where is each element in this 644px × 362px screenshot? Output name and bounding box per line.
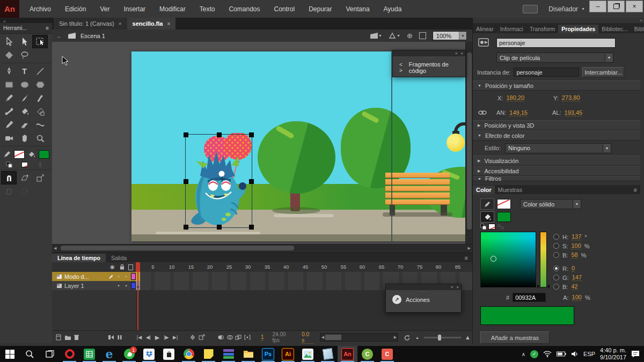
h-radio[interactable]: [553, 234, 559, 240]
center-playhead-button[interactable]: [108, 334, 117, 341]
menu-ver[interactable]: Ver: [93, 0, 116, 18]
modify-markers-button[interactable]: [244, 334, 253, 341]
fill-color-icon[interactable]: [480, 211, 494, 223]
b-radio[interactable]: [553, 252, 559, 258]
layer-row-layer1[interactable]: Layer 1 • •: [52, 281, 136, 290]
b2-value[interactable]: 42: [571, 283, 577, 290]
playhead[interactable]: [136, 262, 140, 272]
fill-color-swatch[interactable]: [497, 212, 511, 222]
onion-skin-button[interactable]: [217, 334, 226, 341]
start-button[interactable]: [0, 346, 20, 362]
camtasia-recorder-icon[interactable]: C: [377, 346, 397, 362]
timeline-scrollbar[interactable]: ◀ ▶: [320, 333, 398, 342]
delete-layer-button[interactable]: [74, 334, 83, 341]
frame-rate-value[interactable]: 24.00 fps: [273, 331, 295, 343]
new-folder-button[interactable]: [64, 335, 74, 341]
close-icon[interactable]: ×: [456, 285, 459, 290]
default-colors-icon[interactable]: [1, 161, 17, 168]
line-tool[interactable]: [32, 64, 48, 78]
selection-handle[interactable]: [184, 179, 188, 184]
timeline-ruler[interactable]: ◉ 1 5 10 15 20 25 30 35 40 45 50 55 60 6…: [52, 262, 472, 272]
selection-handle[interactable]: [217, 225, 222, 230]
pen-tool[interactable]: [1, 64, 17, 78]
edge-icon[interactable]: e: [99, 346, 119, 362]
first-frame-button[interactable]: |◀: [135, 335, 144, 340]
tab-biblioteca2[interactable]: Biblioteca: [631, 25, 644, 33]
subselection-tool[interactable]: [17, 35, 32, 48]
menu-archivo[interactable]: Archivo: [23, 0, 58, 18]
g-radio[interactable]: [553, 275, 559, 280]
h-value[interactable]: 137: [572, 233, 581, 240]
onion-outline-button[interactable]: [226, 334, 236, 341]
menu-insertar[interactable]: Insertar: [116, 0, 152, 18]
bone-tool[interactable]: [1, 105, 17, 118]
outline-column-icon[interactable]: [128, 264, 133, 270]
camtasia-icon[interactable]: C: [357, 346, 377, 362]
camera-tool[interactable]: [1, 131, 17, 145]
tab-timeline[interactable]: Línea de tiempo: [52, 254, 106, 262]
doc-tab-canvas[interactable]: Sin título: 1 (Canvas)×: [54, 18, 127, 29]
section-filters[interactable]: ▼ Filtros: [473, 176, 640, 181]
close-tab-icon[interactable]: ×: [119, 21, 122, 27]
width-tool[interactable]: [32, 118, 48, 131]
tab-propiedades[interactable]: Propiedades: [558, 25, 598, 33]
menu-ayuda[interactable]: Ayuda: [377, 0, 409, 18]
selection-handle[interactable]: [184, 132, 188, 137]
zoom-in-frames-icon[interactable]: ▲: [463, 334, 472, 341]
restore-button[interactable]: [608, 1, 625, 12]
frame-zoom-handle[interactable]: [438, 335, 441, 341]
section-accessibility[interactable]: ▶ Accesibilidad: [473, 166, 640, 176]
clock[interactable]: 4:40 p. m. 9/10/2017: [600, 347, 626, 361]
workspace-switcher[interactable]: Diseñador ▼: [523, 0, 585, 18]
center-stage-icon[interactable]: ⊕: [407, 32, 413, 40]
frame-zoom-slider[interactable]: [424, 337, 461, 338]
add-to-swatches-button[interactable]: Añadir a muestras: [480, 331, 550, 344]
selection-box[interactable]: [185, 134, 252, 228]
color-field-cursor[interactable]: [491, 256, 496, 262]
menu-ventana[interactable]: Ventana: [339, 0, 377, 18]
menu-comandos[interactable]: Comandos: [222, 0, 267, 18]
illustrator-icon[interactable]: Ai: [278, 346, 298, 362]
language-indicator[interactable]: ESP: [583, 351, 595, 357]
text-tool[interactable]: T: [17, 64, 32, 78]
s-value[interactable]: 100: [571, 242, 581, 249]
sync-tray-icon[interactable]: ✓: [530, 350, 538, 358]
code-snippets-panel[interactable]: » × ····· < > Fragmentos de código: [392, 50, 466, 77]
lock-column-icon[interactable]: [120, 264, 125, 270]
task-view-icon[interactable]: [40, 346, 60, 362]
g-value[interactable]: 147: [572, 274, 582, 281]
section-color-effect[interactable]: ▼ Efecto de color: [473, 130, 640, 141]
selection-handle[interactable]: [217, 132, 222, 137]
battery-icon[interactable]: [557, 351, 566, 357]
store-icon[interactable]: [159, 346, 179, 362]
stroke-color-swatch[interactable]: [13, 147, 26, 161]
selection-handle[interactable]: [249, 132, 254, 137]
search-icon[interactable]: [20, 346, 40, 362]
menu-edicion[interactable]: Edición: [58, 0, 93, 18]
visibility-dot[interactable]: •: [116, 283, 121, 289]
dropbox-icon[interactable]: [139, 346, 159, 362]
chrome-icon[interactable]: [179, 346, 199, 362]
menu-texto[interactable]: Texto: [193, 0, 222, 18]
tab-transformar[interactable]: Transform: [526, 25, 558, 33]
stroke-color-icon[interactable]: [480, 198, 494, 210]
oval-tool[interactable]: [17, 78, 32, 91]
gradient-transform-tool[interactable]: [1, 48, 17, 62]
hue-handle-right[interactable]: [547, 284, 550, 289]
minimize-button[interactable]: –: [589, 1, 606, 12]
sticky-notes-icon[interactable]: [199, 346, 218, 362]
wifi-icon[interactable]: [543, 351, 552, 357]
file-explorer-icon[interactable]: [238, 346, 258, 362]
section-position-3d[interactable]: ▶ Posición y vista 3D: [473, 120, 640, 130]
current-frame-value[interactable]: 1: [261, 334, 264, 341]
lock-dot[interactable]: •: [123, 274, 129, 279]
tab-color[interactable]: Color: [473, 186, 495, 194]
zoom-out-frames-icon[interactable]: ▲: [413, 336, 422, 339]
panel-collapse-icon[interactable]: »: [640, 18, 642, 23]
close-icon[interactable]: ×: [460, 51, 463, 56]
panel-menu-icon[interactable]: ≡: [460, 254, 472, 262]
brush-tool[interactable]: [32, 91, 48, 105]
export-frame-button[interactable]: [199, 334, 208, 341]
animate-taskbar-icon[interactable]: An: [338, 346, 357, 362]
volume-icon[interactable]: [571, 351, 579, 357]
